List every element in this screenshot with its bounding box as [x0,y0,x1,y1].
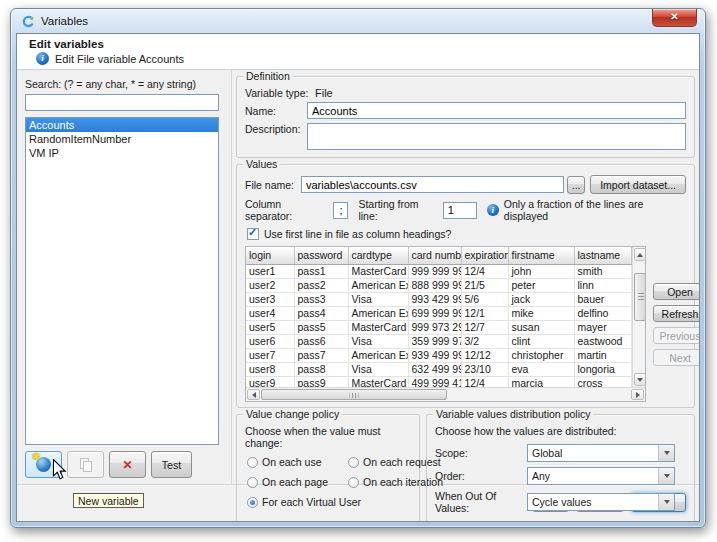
browse-button[interactable]: ... [567,176,585,194]
test-button[interactable]: Test [151,451,192,478]
variable-list-item[interactable]: VM IP [26,146,218,160]
lines-info-icon: i [487,204,499,216]
table-cell: 499 999 416... [408,376,461,387]
delete-variable-button[interactable]: ✕ [109,451,146,478]
open-button[interactable]: Open [653,283,700,300]
table-cell: susan [508,320,574,334]
distribution-policy-group: Variable values distribution policy Choo… [426,414,695,522]
scroll-up-icon[interactable] [634,248,646,261]
table-cell: 3/2 [461,334,508,348]
table-cell: pass1 [294,264,348,278]
table-cell: user2 [246,278,294,292]
table-row[interactable]: user3pass3Visa993 429 999...5/6jackbauer [246,292,631,306]
table-cell: bauer [574,292,631,306]
first-line-checkbox[interactable]: ✓ [247,228,259,240]
table-cell: marcia [508,376,574,387]
radio-option[interactable]: On each page [247,476,344,488]
search-input[interactable] [25,94,219,111]
title-bar[interactable]: Variables ✕ [11,9,705,33]
radio-option[interactable]: For each Virtual User [247,496,344,508]
column-separator-label: Column separator: [245,198,329,222]
scroll-right-icon[interactable] [631,389,644,400]
name-field[interactable] [307,102,686,119]
chevron-down-icon[interactable] [658,494,674,510]
radio-option[interactable]: On each use [247,456,344,468]
radio-label: On each use [262,456,322,468]
table-cell: 699 999 999... [408,306,461,320]
test-button-label: Test [162,459,181,471]
definition-group-title: Definition [243,70,293,82]
radio-icon [348,477,359,488]
duplicate-variable-button[interactable] [67,451,104,478]
dialog-header: Edit variables i Edit File variable Acco… [17,34,699,70]
variable-list-item[interactable]: Accounts [26,118,218,132]
combo-box[interactable]: Any [527,467,675,485]
app-icon [22,15,35,28]
scroll-down-icon[interactable] [634,373,646,386]
table-vertical-scrollbar[interactable] [632,247,646,387]
distribution-prompt: Choose how the values are distributed: [435,425,686,437]
variables-sidebar: Search: (? = any char, * = any string) A… [17,70,232,484]
table-horizontal-scrollbar[interactable] [246,387,645,401]
table-cell: 12/4 [461,264,508,278]
variable-list-item[interactable]: RandomItemNumber [26,132,218,146]
mouse-cursor [51,459,67,482]
vertical-scroll-thumb[interactable] [634,273,646,321]
chevron-down-icon[interactable] [658,468,674,484]
checkbox-check-icon: ✓ [248,226,257,239]
delete-icon: ✕ [122,458,132,472]
value-change-policy-group: Value change policy Choose when the valu… [236,414,420,522]
horizontal-scroll-thumb[interactable] [261,389,447,400]
table-row[interactable]: user9pass9MasterCard499 999 416...12/4ma… [246,376,631,387]
new-star-icon: ✱ [32,451,40,462]
column-separator-field[interactable] [333,202,348,219]
first-line-checkbox-label: Use first line in file as column heading… [264,228,451,240]
previous-button[interactable]: Previous [653,327,700,344]
table-cell: user4 [246,306,294,320]
column-header[interactable]: login [246,247,294,264]
combo-box[interactable]: Global [527,444,675,462]
table-row[interactable]: user1pass1MasterCard999 999 999...12/4jo… [246,264,631,278]
next-button[interactable]: Next [653,349,700,366]
table-row[interactable]: user2pass2American Ex...888 999 999...21… [246,278,631,292]
table-cell: user1 [246,264,294,278]
table-cell: 939 499 999... [408,348,461,362]
table-row[interactable]: user4pass4American Ex...699 999 999...12… [246,306,631,320]
column-header[interactable]: expiration [461,247,508,264]
table-cell: 888 999 999... [408,278,461,292]
values-group: Values File name: ... Import dataset... … [236,164,695,408]
column-header[interactable]: cardtype [348,247,408,264]
scroll-left-icon[interactable] [247,389,260,400]
starting-line-field[interactable] [443,202,477,219]
table-cell: Visa [348,362,408,376]
table-cell: user3 [246,292,294,306]
column-header[interactable]: password [294,247,348,264]
variable-list[interactable]: AccountsRandomItemNumberVM IP [25,117,219,445]
table-cell: mike [508,306,574,320]
table-side-buttons: OpenRefreshPreviousNext [653,246,700,366]
table-cell: 12/1 [461,306,508,320]
distribution-fields: Scope:GlobalOrder:AnyWhen Out Of Values:… [435,444,686,514]
chevron-down-icon[interactable] [658,445,674,461]
column-header[interactable]: card number [408,247,461,264]
radio-icon [348,457,359,468]
refresh-button[interactable]: Refresh [653,305,700,322]
combo-box[interactable]: Cycle values [527,493,675,511]
description-field[interactable] [307,123,686,150]
table-cell: 12/7 [461,320,508,334]
table-cell: pass7 [294,348,348,362]
table-row[interactable]: user8pass8Visa632 499 999...23/10evalong… [246,362,631,376]
table-cell: MasterCard [348,376,408,387]
table-cell: john [508,264,574,278]
table-row[interactable]: user6pass6Visa359 999 972...3/2clinteast… [246,334,631,348]
table-row[interactable]: user7pass7American Ex...939 499 999...12… [246,348,631,362]
table-cell: pass4 [294,306,348,320]
column-header[interactable]: lastname [574,247,631,264]
close-button[interactable]: ✕ [652,9,697,27]
column-header[interactable]: firstname [508,247,574,264]
radio-icon [247,497,258,508]
combo-selected-value: Cycle values [528,496,658,508]
file-name-field[interactable] [301,176,564,193]
import-dataset-button[interactable]: Import dataset... [590,175,686,194]
table-row[interactable]: user5pass5MasterCard999 973 299...12/7su… [246,320,631,334]
